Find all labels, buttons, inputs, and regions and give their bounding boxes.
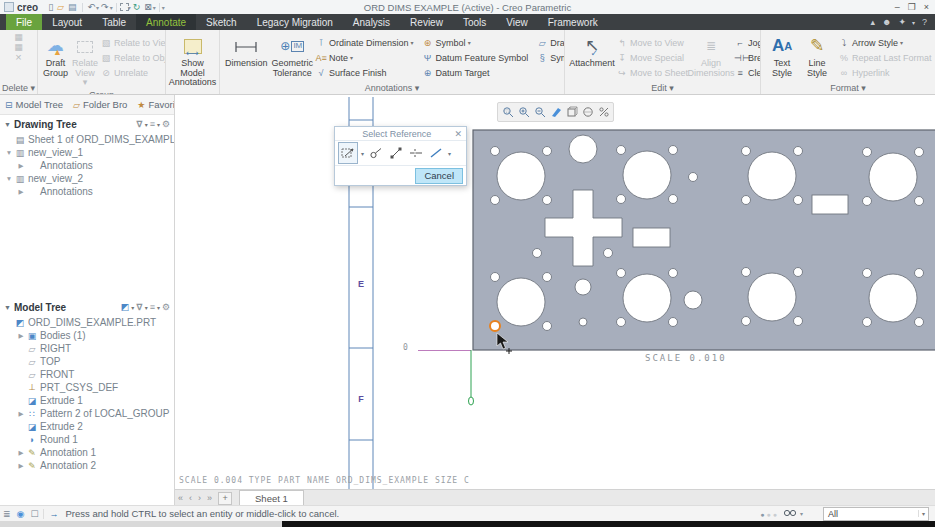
expand-arrow-icon[interactable]: ▶ bbox=[16, 462, 26, 470]
bolt-hole[interactable] bbox=[742, 268, 751, 277]
model-tree-item[interactable]: ▱RIGHT bbox=[0, 342, 174, 355]
collapse-arrow-icon[interactable]: ▼ bbox=[4, 304, 11, 311]
model-tree-item[interactable]: ▶✎Annotation 2 bbox=[0, 459, 174, 472]
bolt-hole[interactable] bbox=[543, 196, 552, 205]
regenerate-icon[interactable]: ↻ bbox=[133, 2, 141, 12]
dropdown-arrow-icon[interactable]: ▾ bbox=[131, 304, 134, 311]
datum-target-button[interactable]: ⊕ Datum Target bbox=[422, 65, 529, 80]
bolt-hole[interactable] bbox=[742, 317, 751, 326]
annotations-group-label[interactable]: Annotations ▾ bbox=[220, 82, 564, 94]
tab-legacy-migration[interactable]: Legacy Migration bbox=[247, 14, 343, 30]
dropdown-arrow-icon[interactable]: ▾ bbox=[468, 39, 471, 46]
select-axis-button[interactable] bbox=[407, 143, 425, 163]
bolt-hole[interactable] bbox=[543, 273, 552, 282]
dropdown-arrow-icon[interactable]: ▾ bbox=[411, 39, 414, 46]
bolt-hole[interactable] bbox=[742, 196, 751, 205]
cancel-button[interactable]: Cancel bbox=[415, 168, 463, 184]
bolt-hole[interactable] bbox=[863, 318, 872, 327]
tree-filter-icon[interactable]: ∇ bbox=[136, 302, 142, 312]
plate-body[interactable] bbox=[473, 130, 935, 350]
tree-filter-icon[interactable]: ∇ bbox=[136, 119, 142, 129]
model-tree-item[interactable]: ◩ORD_DIMS_EXAMPLE.PRT bbox=[0, 316, 174, 329]
dropdown-arrow-icon[interactable]: ▾ bbox=[145, 121, 148, 128]
model-tree-item[interactable]: ◪Extrude 2 bbox=[0, 420, 174, 433]
customize-toolbar-icon[interactable]: ▾ bbox=[162, 4, 165, 11]
bolt-hole[interactable] bbox=[794, 317, 803, 326]
ordinate-zero-marker[interactable] bbox=[469, 397, 474, 405]
tab-sketch[interactable]: Sketch bbox=[196, 14, 247, 30]
bolt-hole[interactable] bbox=[617, 318, 626, 327]
surface-finish-button[interactable]: √ Surface Finish bbox=[315, 65, 414, 80]
status-checkbox-icon[interactable]: ☐ bbox=[30, 509, 38, 519]
edit-group-label[interactable]: Edit ▾ bbox=[565, 82, 760, 94]
bolt-hole[interactable] bbox=[491, 196, 500, 205]
status-list-icon[interactable]: ≣ bbox=[3, 509, 11, 519]
large-hole[interactable] bbox=[497, 152, 545, 200]
redo-dropdown-icon[interactable]: ▾ bbox=[110, 4, 113, 11]
large-hole[interactable] bbox=[497, 278, 545, 326]
select-reference-mode-button[interactable] bbox=[338, 142, 358, 164]
bolt-hole[interactable] bbox=[794, 196, 803, 205]
ordinate-dimension-button[interactable]: ⊺ Ordinate Dimension▾ bbox=[315, 35, 414, 50]
dialog-close-icon[interactable]: ✕ bbox=[454, 129, 462, 139]
navigator-tab-folder-browser[interactable]: ▱ Folder Bro bbox=[68, 95, 132, 114]
tab-annotate[interactable]: Annotate bbox=[136, 14, 196, 30]
cleanup-dimensions-button[interactable]: ≡ Cleanup Dimensions bbox=[734, 65, 761, 80]
select-edge-button[interactable] bbox=[387, 143, 405, 163]
relate-view-button[interactable]: Relate View ▾ bbox=[70, 33, 100, 89]
zoom-out-button[interactable] bbox=[532, 105, 547, 120]
attachment-button[interactable]: ↖✓ Attachment bbox=[568, 33, 616, 70]
unrelate-button[interactable]: ⊘ Unrelate bbox=[100, 65, 166, 80]
bolt-hole[interactable] bbox=[794, 147, 803, 156]
repeat-last-format-button[interactable]: % Repeat Last Format bbox=[838, 50, 932, 65]
windows-dropdown-icon[interactable]: ▾ bbox=[153, 4, 156, 11]
delete-icon[interactable]: × bbox=[15, 53, 21, 62]
dropdown-arrow-icon[interactable]: ▾ bbox=[918, 510, 928, 517]
datum-display-button[interactable] bbox=[596, 105, 611, 120]
bolt-hole[interactable] bbox=[617, 146, 626, 155]
symbol-button[interactable]: ⊛ Symbol▾ bbox=[422, 35, 529, 50]
bolt-hole[interactable] bbox=[915, 318, 924, 327]
collapse-arrow-icon[interactable]: ▼ bbox=[4, 121, 11, 128]
note-button[interactable]: A≡ Note▾ bbox=[315, 50, 414, 65]
dropdown-arrow-icon[interactable]: ▾ bbox=[360, 150, 365, 157]
dropdown-arrow-icon[interactable]: ▾ bbox=[447, 150, 452, 157]
dropdown-arrow-icon[interactable]: ▾ bbox=[350, 54, 353, 61]
save-icon[interactable]: ▤ bbox=[68, 2, 77, 12]
break-button[interactable]: ⊣⊢ Break bbox=[734, 50, 761, 65]
expand-arrow-icon[interactable]: ▶ bbox=[16, 188, 26, 196]
model-tree-item[interactable]: ◗Round 1 bbox=[0, 433, 174, 446]
bolt-hole[interactable] bbox=[543, 147, 552, 156]
bolt-hole[interactable] bbox=[491, 147, 500, 156]
show-model-annotations-button[interactable]: ⟷ Show Model Annotations bbox=[167, 33, 219, 89]
expand-arrow-icon[interactable]: ▶ bbox=[16, 410, 26, 418]
dropdown-arrow-icon[interactable]: ▾ bbox=[157, 121, 160, 128]
tree-list-icon[interactable]: ≡ bbox=[150, 119, 155, 129]
learning-icon[interactable]: ✦ bbox=[898, 17, 906, 27]
drawing-tree-item[interactable]: ▤Sheet 1 of ORD_DIMS_EXAMPLE.DRW bbox=[0, 133, 174, 146]
model-tree-item[interactable]: ▱TOP bbox=[0, 355, 174, 368]
large-hole[interactable] bbox=[748, 273, 796, 321]
symmetry-line-axis-button[interactable]: § Symmetry Line Axis bbox=[536, 50, 565, 65]
hole[interactable] bbox=[689, 173, 698, 182]
web-browser-icon[interactable]: ◉ bbox=[17, 509, 25, 519]
bolt-hole[interactable] bbox=[669, 195, 678, 204]
tab-review[interactable]: Review bbox=[400, 14, 453, 30]
refit-button[interactable] bbox=[500, 105, 515, 120]
close-button[interactable]: × bbox=[924, 2, 929, 12]
dropdown-arrow-icon[interactable]: ▾ bbox=[145, 304, 148, 311]
drawing-canvas[interactable]: E F 0 SCALE 0.010 SCALE 0.004 TYPE PART … bbox=[175, 95, 935, 505]
relate-to-object-button[interactable]: ▧ Relate to Object bbox=[100, 50, 166, 65]
large-hole[interactable] bbox=[869, 153, 917, 201]
relate-to-view-button[interactable]: ▧ Relate to View bbox=[100, 35, 166, 50]
draft-datum-button[interactable]: ▱ Draft Datum▾ bbox=[536, 35, 565, 50]
large-hole[interactable] bbox=[623, 151, 671, 199]
hyperlink-button[interactable]: ∞ Hyperlink bbox=[838, 65, 932, 80]
text-style-button[interactable]: AA Text Style bbox=[764, 33, 800, 79]
named-views-button[interactable] bbox=[564, 105, 579, 120]
tab-analysis[interactable]: Analysis bbox=[343, 14, 400, 30]
large-hole[interactable] bbox=[623, 274, 671, 322]
highlighted-hole[interactable] bbox=[490, 321, 500, 331]
tab-framework[interactable]: Framework bbox=[538, 14, 608, 30]
hole[interactable] bbox=[575, 279, 591, 295]
